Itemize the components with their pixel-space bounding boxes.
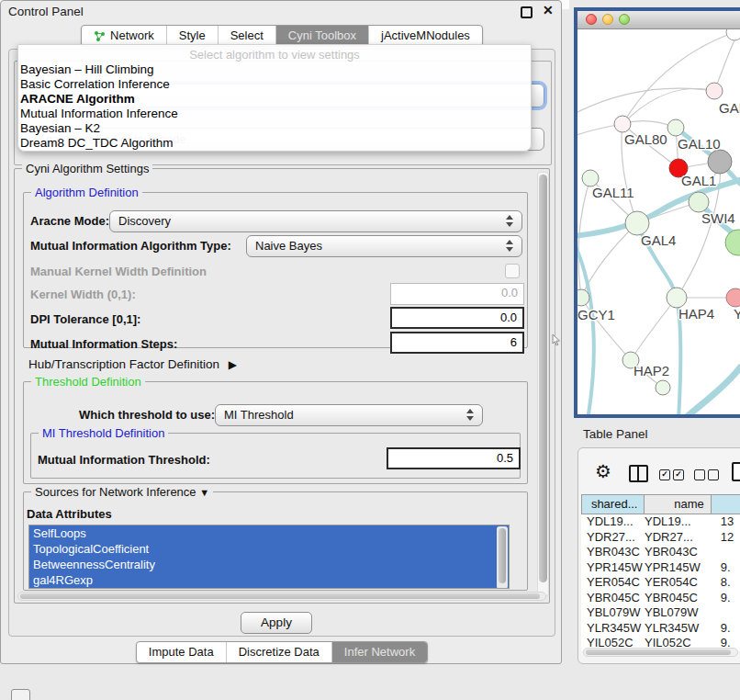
algorithm-option-aracne-algorithm[interactable]: ARACNE Algorithm — [18, 92, 531, 107]
tab-jactivemnodules[interactable]: jActiveMNodules — [369, 26, 482, 46]
table-cell: 12 — [721, 530, 740, 546]
table-row[interactable]: YBR045CYBR045C9. — [581, 591, 740, 606]
export-table-icon[interactable] — [732, 462, 740, 481]
minimize-traffic-light[interactable] — [602, 14, 613, 25]
network-node[interactable] — [726, 29, 740, 40]
network-node-swi4[interactable] — [689, 192, 709, 212]
table-cell: YDL19... — [645, 514, 721, 530]
network-node-gcy1[interactable] — [577, 289, 589, 306]
table-cell: YDR27... — [645, 530, 721, 546]
network-edge — [622, 88, 714, 124]
table-cell: YDR27... — [581, 530, 645, 546]
tab-cyni-toolbox[interactable]: Cyni Toolbox — [276, 26, 369, 46]
expand-down-icon[interactable]: ▼ — [199, 487, 209, 498]
node-label-hap4: HAP4 — [678, 306, 714, 322]
hub-definition-expander[interactable]: Hub/Transcription Factor Definition ▶ — [28, 357, 237, 371]
network-icon — [94, 30, 106, 42]
scrollbar-thumb[interactable] — [499, 528, 506, 583]
float-window-icon[interactable] — [521, 6, 533, 18]
algorithm-option-dream8-dc-tdc-algorithm[interactable]: Dream8 DC_TDC Algorithm — [18, 136, 531, 151]
network-node[interactable] — [656, 380, 670, 395]
scrollbar-thumb[interactable] — [539, 175, 547, 582]
settings-vertical-scrollbar[interactable] — [537, 172, 549, 596]
table-horizontal-scrollbar[interactable] — [583, 648, 738, 657]
table-row[interactable]: YLR345WYLR345W9. — [581, 621, 740, 637]
mi-type-combobox[interactable]: Naive Bayes — [246, 235, 522, 257]
dpi-tolerance-field[interactable]: 0.0 — [390, 307, 524, 329]
control-panel-window: Control Panel ✕ NetworkStyleSelectCyni T… — [0, 0, 562, 664]
aracne-mode-label: Aracne Mode: — [30, 214, 109, 228]
network-node-y[interactable] — [726, 288, 740, 307]
algorithm-option-bayesian-hill-climbing[interactable]: Bayesian – Hill Climbing — [18, 62, 531, 77]
table-row[interactable]: YDL19...YDL19...13 — [581, 514, 740, 530]
network-node-gal10[interactable] — [667, 119, 684, 136]
tab-style[interactable]: Style — [167, 26, 219, 46]
table-cell: YLR345W — [645, 621, 721, 637]
tab-discretize-data[interactable]: Discretize Data — [227, 642, 332, 662]
table-row[interactable]: YER054CYER054C8. — [581, 575, 740, 591]
node-label-gal11: GAL11 — [592, 185, 634, 200]
table-cell: 9. — [721, 560, 740, 576]
algorithm-option-mutual-information-inference[interactable]: Mutual Information Inference — [18, 107, 531, 121]
attribute-item-selfloops[interactable]: SelfLoops — [29, 525, 509, 541]
network-canvas[interactable]: GALGAL80GAL10GAL1GAL11SWI4GAL4GCY1HAP4YH… — [577, 29, 740, 414]
node-label-y: Y — [734, 306, 740, 322]
column-header-col2[interactable] — [712, 494, 740, 514]
zoom-traffic-light[interactable] — [619, 14, 630, 25]
tab-network[interactable]: Network — [82, 26, 167, 46]
aracne-mode-combobox[interactable]: Discovery — [109, 210, 522, 232]
network-node-hap4[interactable] — [667, 288, 687, 308]
table-row[interactable]: YBR043CYBR043C — [581, 545, 740, 560]
table-cell: YBR045C — [645, 591, 721, 606]
node-label-hap2: HAP2 — [633, 363, 669, 378]
table-cell: YBL079W — [645, 605, 721, 621]
close-traffic-light[interactable] — [586, 14, 597, 25]
gear-icon[interactable]: ⚙ — [595, 462, 611, 480]
manual-kernel-checkbox[interactable] — [505, 264, 520, 278]
table-row[interactable]: YDR27...YDR27...12 — [581, 530, 740, 546]
stepper-arrows-icon — [506, 215, 515, 227]
attribute-item-gal4rgexp[interactable]: gal4RGexp — [29, 572, 509, 588]
mi-threshold-field[interactable]: 0.5 — [387, 447, 521, 469]
select-all-columns-icon[interactable]: ✓✓ — [659, 469, 684, 480]
scrollbar-thumb[interactable] — [586, 649, 731, 655]
algorithm-option-basic-correlation-inference[interactable]: Basic Correlation Inference — [18, 77, 531, 92]
data-attributes-list[interactable]: SelfLoopsTopologicalCoefficientBetweenne… — [28, 525, 510, 589]
mi-steps-field[interactable]: 6 — [390, 332, 524, 354]
network-node[interactable] — [725, 230, 740, 255]
column-header-name[interactable]: name — [645, 494, 711, 514]
table-cell: YBR045C — [581, 591, 645, 606]
mi-threshold-group-title: MI Threshold Definition — [39, 426, 168, 440]
settings-horizontal-scrollbar[interactable] — [17, 592, 546, 601]
network-edge — [622, 32, 734, 124]
tab-select[interactable]: Select — [219, 26, 276, 46]
table-cell: YDL19... — [581, 514, 645, 530]
which-threshold-combobox[interactable]: MI Threshold — [215, 404, 483, 426]
scrollbar-thumb[interactable] — [20, 593, 540, 599]
tab-impute-data[interactable]: Impute Data — [137, 642, 227, 662]
tab-infer-network[interactable]: Infer Network — [332, 642, 427, 662]
algorithm-option-bayesian-k2[interactable]: Bayesian – K2 — [18, 121, 531, 136]
split-columns-icon[interactable] — [629, 465, 648, 482]
table-cell: 9. — [721, 591, 740, 606]
table-row[interactable]: YBL079WYBL079W — [581, 605, 740, 621]
attribute-item-topologicalcoefficient[interactable]: TopologicalCoefficient — [29, 541, 509, 557]
column-header-shared[interactable]: shared... — [581, 494, 645, 514]
network-node-gal80[interactable] — [614, 116, 631, 132]
close-icon[interactable]: ✕ — [543, 3, 554, 17]
network-node-gal[interactable] — [706, 83, 723, 99]
hub-definition-label: Hub/Transcription Factor Definition — [28, 357, 219, 371]
network-node[interactable] — [708, 150, 732, 174]
tab-select-label: Select — [230, 26, 263, 46]
node-label-gal4: GAL4 — [641, 232, 676, 248]
algorithm-dropdown-popup: Select algorithm to view settings Bayesi… — [17, 44, 532, 152]
apply-button[interactable]: Apply — [241, 612, 312, 634]
network-window-titlebar[interactable] — [577, 11, 740, 29]
kernel-width-field[interactable]: 0.0 — [390, 283, 524, 305]
deselect-all-columns-icon[interactable] — [694, 469, 719, 480]
list-vertical-scrollbar[interactable] — [497, 526, 508, 589]
attribute-item-betweennesscentrality[interactable]: BetweennessCentrality — [29, 557, 509, 572]
table-row[interactable]: YPR145WYPR145W9. — [581, 560, 740, 576]
table-cell: YBR043C — [581, 545, 645, 560]
partial-corner-button[interactable] — [11, 689, 30, 700]
